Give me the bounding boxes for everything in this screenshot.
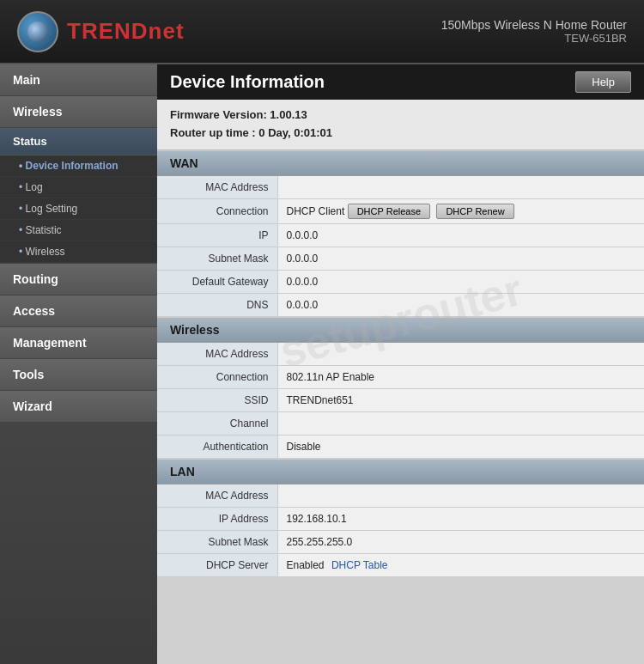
wl-mac-label: MAC Address (157, 343, 277, 366)
header: TRENDnet 150Mbps Wireless N Home Router … (0, 0, 644, 64)
logo-area: TRENDnet (17, 11, 185, 52)
table-row: SSID TRENDnet651 (157, 388, 644, 411)
sidebar-item-routing[interactable]: Routing (0, 264, 157, 295)
wl-ssid-value: TRENDnet651 (277, 388, 644, 411)
table-row: Authentication Disable (157, 435, 644, 458)
wl-channel-value (277, 411, 644, 435)
sidebar-item-wireless[interactable]: Wireless (0, 96, 157, 128)
lan-section-header: LAN (157, 459, 644, 484)
content-header: Device Information Help (157, 64, 644, 100)
wl-connection-label: Connection (157, 365, 277, 388)
dhcp-table-link[interactable]: DHCP Table (331, 559, 388, 571)
table-row: Subnet Mask 255.255.255.0 (157, 530, 644, 553)
sidebar-item-statistic[interactable]: Statistic (0, 220, 157, 241)
wireless-table: MAC Address Connection 802.11n AP Enable… (157, 343, 644, 459)
sidebar-item-tools[interactable]: Tools (0, 359, 157, 391)
table-row: MAC Address (157, 343, 644, 366)
firmware-info: Firmware Version: 1.00.13 (170, 107, 631, 125)
wan-subnet-value: 0.0.0.0 (277, 247, 644, 270)
wan-connection-value: DHCP Client DHCP Release DHCP Renew (277, 198, 644, 223)
wl-auth-label: Authentication (157, 435, 277, 458)
uptime-info: Router up time : 0 Day, 0:01:01 (170, 125, 631, 143)
info-bar: Firmware Version: 1.00.13 Router up time… (157, 100, 644, 150)
table-row: Default Gateway 0.0.0.0 (157, 270, 644, 293)
sidebar-item-wizard[interactable]: Wizard (0, 391, 157, 423)
table-row: DHCP Server Enabled DHCP Table (157, 553, 644, 576)
wan-mac-label: MAC Address (157, 176, 277, 199)
wan-ip-label: IP (157, 223, 277, 247)
wan-table: MAC Address Connection DHCP Client DHCP … (157, 176, 644, 317)
table-row: MAC Address (157, 484, 644, 508)
lan-mac-label: MAC Address (157, 484, 277, 508)
wan-connection-label: Connection (157, 198, 277, 223)
wan-dns-value: 0.0.0.0 (277, 293, 644, 316)
lan-subnet-label: Subnet Mask (157, 530, 277, 553)
sidebar: Main Wireless Status Device Information … (0, 64, 157, 664)
wan-gateway-value: 0.0.0.0 (277, 270, 644, 293)
wl-auth-value: Disable (277, 435, 644, 458)
sidebar-item-main[interactable]: Main (0, 64, 157, 96)
table-row: Connection DHCP Client DHCP Release DHCP… (157, 198, 644, 223)
sidebar-item-wireless-status[interactable]: Wireless (0, 241, 157, 263)
product-info: 150Mbps Wireless N Home Router TEW-651BR (441, 18, 627, 45)
brand-name: TRENDnet (67, 18, 185, 45)
page-title: Device Information (170, 72, 325, 92)
sidebar-item-access[interactable]: Access (0, 295, 157, 327)
lan-ip-label: IP Address (157, 507, 277, 530)
wl-ssid-label: SSID (157, 388, 277, 411)
lan-dhcp-label: DHCP Server (157, 553, 277, 576)
lan-table: MAC Address IP Address 192.168.10.1 Subn… (157, 484, 644, 577)
wan-dns-label: DNS (157, 293, 277, 316)
wl-channel-label: Channel (157, 411, 277, 435)
wan-ip-value: 0.0.0.0 (277, 223, 644, 247)
table-row: IP 0.0.0.0 (157, 223, 644, 247)
wan-mac-value (277, 176, 644, 199)
trendnet-logo-icon (17, 11, 58, 52)
table-row: DNS 0.0.0.0 (157, 293, 644, 316)
product-name: 150Mbps Wireless N Home Router (441, 18, 627, 32)
sidebar-item-status[interactable]: Status (0, 128, 157, 155)
sidebar-status-group: Status Device Information Log Log Settin… (0, 128, 157, 264)
lan-subnet-value: 255.255.255.0 (277, 530, 644, 553)
wl-connection-value: 802.11n AP Enable (277, 365, 644, 388)
dhcp-release-button[interactable]: DHCP Release (348, 204, 430, 219)
sidebar-item-management[interactable]: Management (0, 327, 157, 359)
wan-section-header: WAN (157, 150, 644, 176)
wireless-section-header: Wireless (157, 317, 644, 343)
lan-dhcp-value: Enabled DHCP Table (277, 553, 644, 576)
table-row: Connection 802.11n AP Enable (157, 365, 644, 388)
sidebar-item-device-information[interactable]: Device Information (0, 155, 157, 177)
lan-ip-value: 192.168.10.1 (277, 507, 644, 530)
sidebar-item-log[interactable]: Log (0, 177, 157, 198)
table-row: Channel (157, 411, 644, 435)
help-button[interactable]: Help (575, 71, 631, 93)
content-area: Device Information Help Firmware Version… (157, 64, 644, 664)
sidebar-item-log-setting[interactable]: Log Setting (0, 198, 157, 220)
table-row: MAC Address (157, 176, 644, 199)
lan-mac-value (277, 484, 644, 508)
table-row: IP Address 192.168.10.1 (157, 507, 644, 530)
wl-mac-value (277, 343, 644, 366)
main-layout: Main Wireless Status Device Information … (0, 64, 644, 664)
table-row: Subnet Mask 0.0.0.0 (157, 247, 644, 270)
wan-subnet-label: Subnet Mask (157, 247, 277, 270)
wan-gateway-label: Default Gateway (157, 270, 277, 293)
dhcp-renew-button[interactable]: DHCP Renew (436, 204, 513, 219)
product-model: TEW-651BR (441, 32, 627, 45)
content-wrapper: Device Information Help Firmware Version… (157, 64, 644, 577)
